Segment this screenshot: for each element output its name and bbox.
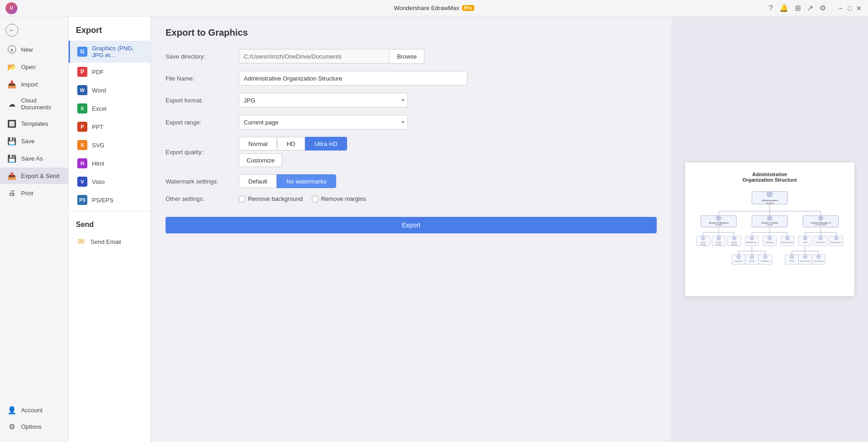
remove-margins-box [312, 196, 318, 202]
help-icon[interactable]: ? [769, 4, 773, 12]
maximize-button[interactable]: □ [846, 5, 853, 12]
back-icon: ← [5, 24, 18, 37]
save-directory-input[interactable] [239, 49, 390, 64]
sidebar-item-import[interactable]: 📥 Import [0, 76, 68, 92]
remove-background-checkbox[interactable]: Remove background [239, 195, 303, 202]
export-item-visio-label: Visio [92, 178, 105, 185]
export-item-ppt[interactable]: P PPT [69, 118, 150, 136]
export-range-row: Export range: Current page All pages Sel… [166, 115, 657, 129]
svg-text:Infrastructure: Infrastructure [782, 241, 793, 243]
sidebar-item-export[interactable]: 📤 Export & Send [0, 167, 68, 184]
file-name-row: File Name: [166, 71, 657, 86]
quality-ultrahd-button[interactable]: Ultra HD [305, 137, 347, 151]
export-item-graphics-label: Graphics (PNG, JPG et... [92, 45, 143, 59]
settings-icon[interactable]: ⚙ [820, 4, 826, 12]
svg-text:Multimedia: Multimedia [747, 241, 757, 243]
export-format-select[interactable]: JPG PNG BMP SVG [239, 93, 408, 108]
svg-point-61 [819, 236, 823, 241]
export-range-select[interactable]: Current page All pages Selected area [239, 115, 408, 129]
minimize-button[interactable]: − [837, 5, 844, 12]
sidebar-item-cloud-label: Cloud Documents [21, 97, 61, 111]
customize-button[interactable]: Customize [239, 153, 282, 167]
quality-normal-button[interactable]: Normal [239, 137, 277, 151]
svg-point-58 [803, 236, 808, 241]
share-icon[interactable]: ↗ [807, 4, 813, 12]
export-item-graphics[interactable]: G Graphics (PNG, JPG et... [69, 41, 150, 63]
sidebar-item-templates[interactable]: 🔲 Templates [0, 115, 68, 132]
org-chart-preview: Administrative Director Director of Busi… [694, 188, 845, 286]
watermark-default-button[interactable]: Default [239, 174, 277, 188]
send-section-title: Send [69, 213, 150, 232]
sidebar-item-new[interactable]: + New [0, 41, 68, 58]
export-item-excel-label: Excel [92, 105, 107, 112]
watermark-row: Watermark settings: Default No watermark… [166, 174, 657, 188]
svg-point-86 [790, 254, 794, 259]
export-item-html[interactable]: H Html [69, 154, 150, 172]
sidebar-item-save[interactable]: 💾 Save [0, 133, 68, 149]
watermark-nowatermarks-button[interactable]: No watermarks [277, 174, 336, 188]
sidebar-item-open-label: Open [21, 64, 36, 70]
sidebar-item-account[interactable]: 👤 Account [0, 402, 68, 418]
other-settings-label: Other settings: [166, 195, 239, 202]
open-icon: 📂 [7, 62, 16, 71]
sidebar-item-templates-label: Templates [21, 120, 48, 127]
sidebar-item-options[interactable]: ⚙ Options [0, 418, 68, 435]
page-title: Export to Graphics [166, 27, 657, 38]
send-email-item[interactable]: ✉ Send Email [69, 232, 150, 251]
export-button[interactable]: Export [166, 217, 657, 233]
sidebar-item-print[interactable]: 🖨 Print [0, 185, 68, 201]
remove-background-label: Remove background [248, 195, 303, 202]
export-item-word[interactable]: W Word [69, 81, 150, 99]
app-name: Wondershare EdrawMax [394, 5, 459, 11]
quality-group: Normal HD Ultra HD [239, 137, 347, 151]
close-button[interactable]: ✕ [855, 5, 863, 12]
svg-text:service: service [731, 243, 737, 246]
svg-point-64 [834, 236, 839, 241]
svg-point-31 [717, 236, 721, 241]
svg-text:Operations: Operations [800, 260, 810, 262]
export-item-ppt-label: PPT [92, 124, 103, 130]
new-icon: + [7, 45, 16, 54]
file-name-control [239, 71, 467, 86]
export-item-svg[interactable]: S SVG [69, 136, 150, 154]
cloud-icon: ☁ [7, 99, 16, 108]
sidebar-item-saveas[interactable]: 💾 Save As [0, 150, 68, 167]
sidebar-item-open[interactable]: 📂 Open [0, 59, 68, 75]
file-name-input[interactable] [239, 71, 467, 86]
svg-text:Systems: Systems [735, 260, 743, 262]
svg-text:Automation: Automation [831, 241, 842, 243]
options-icon: ⚙ [7, 422, 16, 431]
export-item-excel[interactable]: X Excel [69, 99, 150, 118]
send-divider [69, 211, 150, 211]
quality-hd-button[interactable]: HD [277, 137, 305, 151]
apps-icon[interactable]: ⊞ [795, 4, 801, 12]
other-settings-group: Remove background Remove margins [239, 195, 366, 202]
sidebar-item-save-label: Save [21, 138, 35, 145]
titlebar-center: Wondershare EdrawMax Pro [394, 5, 474, 11]
remove-margins-checkbox[interactable]: Remove margins [312, 195, 366, 202]
export-item-pdf[interactable]: P PDF [69, 63, 150, 81]
sidebar-item-cloud[interactable]: ☁ Cloud Documents [0, 93, 68, 114]
svg-text:Road: Road [789, 260, 794, 262]
svg-text:Planning: Planning [766, 241, 774, 243]
titlebar: U Wondershare EdrawMax Pro ? 🔔 ⊞ ↗ ⚙ − □… [0, 0, 868, 16]
export-item-visio[interactable]: V Visio [69, 172, 150, 191]
svg-point-27 [701, 236, 706, 241]
svg-text:Production: Production [815, 224, 826, 226]
send-email-label: Send Email [91, 238, 121, 245]
file-name-label: File Name: [166, 75, 239, 82]
export-item-pseps[interactable]: PS PS/EPS [69, 191, 150, 209]
account-icon: 👤 [7, 405, 16, 415]
back-button[interactable]: ← [0, 20, 68, 40]
browse-button[interactable]: Browse [390, 49, 424, 64]
svg-point-10 [716, 216, 722, 221]
pdf-icon: P [77, 67, 87, 77]
notification-icon[interactable]: 🔔 [779, 4, 788, 12]
main-content: Export to Graphics Save directory: Brows… [151, 16, 671, 442]
export-panel-title: Export [69, 16, 150, 41]
svg-point-35 [732, 236, 737, 241]
svg-point-72 [736, 254, 741, 259]
svg-point-44 [750, 236, 754, 241]
sidebar-item-new-label: New [21, 46, 33, 53]
remove-margins-label: Remove margins [321, 195, 366, 202]
